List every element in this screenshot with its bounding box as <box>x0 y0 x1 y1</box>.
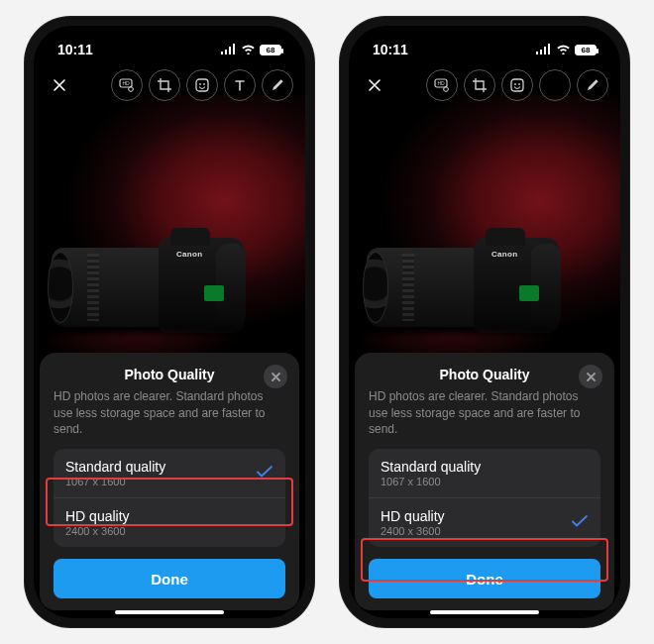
svg-point-11 <box>518 83 520 85</box>
photo-subject: Canon <box>52 238 240 347</box>
sticker-icon[interactable] <box>186 69 218 101</box>
editor-toolbar: HD <box>34 65 305 111</box>
status-time: 10:11 <box>57 42 93 57</box>
draw-icon[interactable] <box>262 69 293 101</box>
battery-icon: 68 <box>575 45 597 55</box>
svg-point-4 <box>199 83 201 85</box>
option-resolution: 2400 x 3600 <box>381 525 445 537</box>
sticker-icon[interactable] <box>501 69 533 101</box>
svg-point-5 <box>203 83 205 85</box>
sheet-description: HD photos are clearer. Standard photos u… <box>54 388 285 437</box>
status-time: 10:11 <box>373 42 408 57</box>
option-standard-quality[interactable]: Standard quality 1067 x 1600 <box>369 449 600 497</box>
battery-icon: 68 <box>260 45 281 55</box>
check-icon <box>256 463 273 483</box>
option-resolution: 1067 x 1600 <box>65 476 165 487</box>
svg-rect-3 <box>196 79 208 91</box>
photo-subject: Canon <box>367 238 555 347</box>
done-button[interactable]: Done <box>54 559 285 598</box>
option-resolution: 2400 x 3600 <box>65 525 130 537</box>
check-icon <box>571 512 589 533</box>
photo-quality-sheet: Photo Quality HD photos are clearer. Sta… <box>355 353 614 610</box>
screen: 10:11 68 HD <box>34 26 305 618</box>
screen: 10:11 68 HD <box>349 26 620 618</box>
close-button[interactable] <box>46 71 73 99</box>
text-icon[interactable] <box>539 69 571 101</box>
svg-rect-9 <box>511 79 523 91</box>
quality-options: Standard quality 1067 x 1600 HD quality … <box>369 449 600 547</box>
option-label: Standard quality <box>65 459 165 475</box>
home-indicator[interactable] <box>115 610 224 614</box>
quality-options: Standard quality 1067 x 1600 HD quality … <box>54 449 285 547</box>
dynamic-island <box>125 26 214 52</box>
svg-text:HD: HD <box>122 80 130 86</box>
crop-icon[interactable] <box>464 69 495 101</box>
hd-settings-icon[interactable]: HD <box>111 69 143 101</box>
signal-icon <box>221 42 237 57</box>
svg-text:HD: HD <box>437 80 445 86</box>
status-right: 68 <box>221 42 281 57</box>
wifi-icon <box>556 42 571 57</box>
close-button[interactable] <box>361 71 388 99</box>
sheet-title: Photo Quality <box>125 367 215 382</box>
wifi-icon <box>241 42 256 57</box>
option-standard-quality[interactable]: Standard quality 1067 x 1600 <box>54 449 285 497</box>
hd-settings-icon[interactable]: HD <box>426 69 458 101</box>
crop-icon[interactable] <box>149 69 180 101</box>
tool-group: HD <box>426 69 608 101</box>
text-icon[interactable] <box>224 69 256 101</box>
option-label: Standard quality <box>381 459 481 475</box>
editor-toolbar: HD <box>349 65 620 111</box>
sheet-description: HD photos are clearer. Standard photos u… <box>369 388 600 437</box>
option-hd-quality[interactable]: HD quality 2400 x 3600 <box>54 497 285 547</box>
svg-point-10 <box>514 83 516 85</box>
option-label: HD quality <box>65 508 130 524</box>
home-indicator[interactable] <box>430 610 539 614</box>
sheet-close-button[interactable] <box>579 365 602 388</box>
done-button[interactable]: Done <box>369 559 600 598</box>
dynamic-island <box>440 26 529 52</box>
photo-quality-sheet: Photo Quality HD photos are clearer. Sta… <box>40 353 299 610</box>
option-resolution: 1067 x 1600 <box>381 476 481 487</box>
option-hd-quality[interactable]: HD quality 2400 x 3600 <box>369 497 600 547</box>
status-right: 68 <box>536 42 597 57</box>
phone-frame-right: 10:11 68 HD <box>340 17 629 627</box>
option-label: HD quality <box>381 508 445 524</box>
signal-icon <box>536 42 552 57</box>
sheet-title: Photo Quality <box>440 367 530 382</box>
sheet-close-button[interactable] <box>264 365 287 388</box>
phone-frame-left: 10:11 68 HD <box>25 17 314 627</box>
tool-group: HD <box>111 69 293 101</box>
draw-icon[interactable] <box>577 69 608 101</box>
